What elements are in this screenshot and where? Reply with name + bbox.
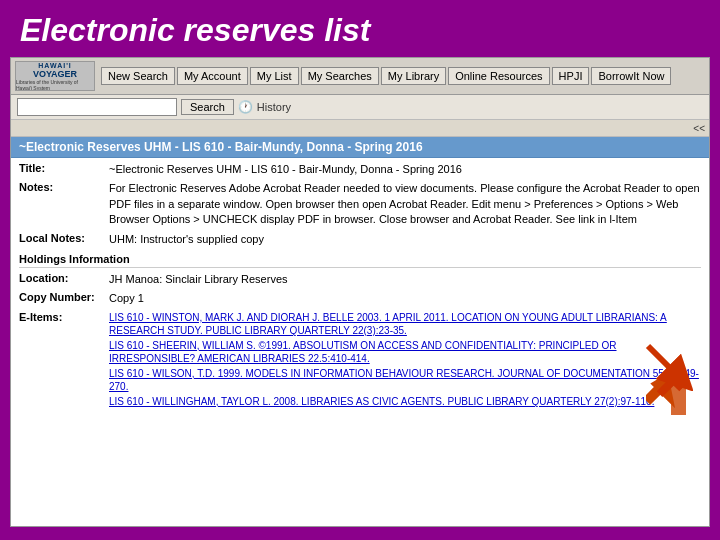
my-account-button[interactable]: My Account (177, 67, 248, 85)
svg-line-3 (648, 346, 681, 379)
new-search-button[interactable]: New Search (101, 67, 175, 85)
borrowit-button[interactable]: BorrowIt Now (591, 67, 671, 85)
search-input[interactable] (17, 98, 177, 116)
title-label: Title: (19, 162, 109, 174)
copy-value: Copy 1 (109, 291, 701, 306)
record-body: Title: ~Electronic Reserves UHM - LIS 61… (11, 158, 709, 418)
eitem-link-4[interactable]: LIS 610 - WILLINGHAM, TAYLOR L. 2008. LI… (109, 395, 701, 408)
notes-row: Notes: For Electronic Reserves Adobe Acr… (19, 181, 701, 227)
search-button[interactable]: Search (181, 99, 234, 115)
local-notes-value: UHM: Instructor's supplied copy (109, 232, 701, 247)
copy-row: Copy Number: Copy 1 (19, 291, 701, 306)
logo-voyager: VOYAGER (33, 69, 77, 79)
eitem-link-2[interactable]: LIS 610 - SHEERIN, WILLIAM S. ©1991. ABS… (109, 339, 701, 365)
hpji-button[interactable]: HPJI (552, 67, 590, 85)
page-title: Electronic reserves list (0, 0, 720, 57)
logo-hawaii: HAWAI'I (38, 62, 72, 69)
local-notes-label: Local Notes: (19, 232, 109, 244)
my-searches-button[interactable]: My Searches (301, 67, 379, 85)
my-library-button[interactable]: My Library (381, 67, 446, 85)
record-title-bar: ~Electronic Reserves UHM - LIS 610 - Bai… (11, 137, 709, 158)
nav-arrows: << (693, 123, 705, 134)
location-label: Location: (19, 272, 109, 284)
holdings-header: Holdings Information (19, 253, 701, 268)
location-row: Location: JH Manoa: Sinclair Library Res… (19, 272, 701, 287)
notes-label: Notes: (19, 181, 109, 193)
eitems-label: E-Items: (19, 311, 109, 323)
notes-value: For Electronic Reserves Adobe Acrobat Re… (109, 181, 701, 227)
arrow-down-right-icon (643, 341, 693, 391)
eitems-list: LIS 610 - WINSTON, MARK J. AND DIORAH J.… (109, 311, 701, 410)
location-value: JH Manoa: Sinclair Library Reserves (109, 272, 701, 287)
logo: HAWAI'I VOYAGER Libraries of the Univers… (15, 61, 95, 91)
my-list-button[interactable]: My List (250, 67, 299, 85)
eitems-row: E-Items: LIS 610 - WINSTON, MARK J. AND … (19, 311, 701, 410)
nav-bar: HAWAI'I VOYAGER Libraries of the Univers… (11, 58, 709, 95)
local-notes-row: Local Notes: UHM: Instructor's supplied … (19, 232, 701, 247)
clock-icon: 🕐 (238, 100, 253, 114)
eitem-link-1[interactable]: LIS 610 - WINSTON, MARK J. AND DIORAH J.… (109, 311, 701, 337)
search-bar: Search 🕐 History (11, 95, 709, 120)
title-value: ~Electronic Reserves UHM - LIS 610 - Bai… (109, 162, 701, 177)
logo-sub: Libraries of the University of Hawai'i S… (16, 79, 94, 91)
eitem-link-3[interactable]: LIS 610 - WILSON, T.D. 1999. MODELS IN I… (109, 367, 701, 393)
content-area: << ~Electronic Reserves UHM - LIS 610 - … (11, 120, 709, 527)
copy-label: Copy Number: (19, 291, 109, 303)
browser-frame: HAWAI'I VOYAGER Libraries of the Univers… (10, 57, 710, 527)
history-link[interactable]: History (257, 101, 291, 113)
content-nav-bar: << (11, 120, 709, 137)
online-resources-button[interactable]: Online Resources (448, 67, 549, 85)
title-row: Title: ~Electronic Reserves UHM - LIS 61… (19, 162, 701, 177)
